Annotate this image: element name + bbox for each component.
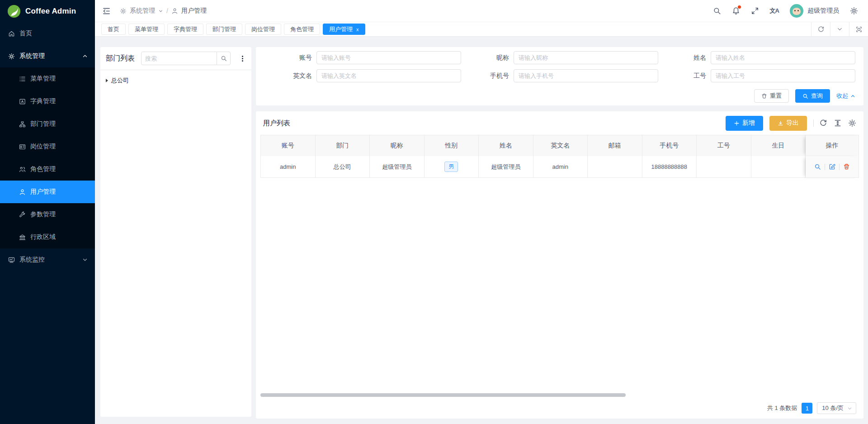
tab-post-mgmt[interactable]: 岗位管理	[245, 24, 281, 35]
column-header: 部门	[316, 135, 370, 156]
field-name: 姓名	[658, 51, 855, 64]
header-search-button[interactable]	[713, 7, 721, 15]
sidebar-item-system[interactable]: 系统管理	[0, 45, 95, 67]
tab-dept-mgmt[interactable]: 部门管理	[206, 24, 242, 35]
column-header: 英文名	[533, 135, 588, 156]
account-input[interactable]	[316, 51, 461, 64]
collapse-icon	[102, 7, 111, 15]
cell-operations	[806, 156, 859, 178]
sidebar-collapse-button[interactable]	[102, 7, 111, 15]
sidebar-item-region-mgmt[interactable]: 行政区域	[0, 226, 95, 248]
tabs-menu-button[interactable]	[830, 22, 849, 36]
sidebar-item-role-mgmt[interactable]: 角色管理	[0, 158, 95, 181]
job-number-input[interactable]	[711, 69, 855, 82]
column-header: 生日	[751, 135, 806, 156]
field-label: 姓名	[658, 54, 711, 62]
sidebar-item-menu-mgmt[interactable]: 菜单管理	[0, 67, 95, 90]
reset-label: 重置	[770, 92, 782, 100]
query-button[interactable]: 查询	[795, 89, 830, 103]
sidebar-item-home[interactable]: 首页	[0, 22, 95, 45]
tab-user-mgmt[interactable]: 用户管理 x	[323, 24, 365, 35]
phone-input[interactable]	[514, 69, 658, 82]
page-size-select[interactable]: 10 条/页	[817, 402, 856, 414]
user-table: 账号 部门 昵称 性别 姓名 英文名 邮箱 手机号 工号 生日 操作 admin	[260, 135, 859, 178]
refresh-icon	[817, 26, 825, 33]
column-settings-button[interactable]	[848, 119, 856, 127]
column-header: 邮箱	[588, 135, 642, 156]
pagination: 共 1 条数据 1 10 条/页	[767, 402, 856, 414]
chevron-up-icon	[850, 94, 855, 99]
add-button[interactable]: 新增	[726, 116, 763, 131]
column-header: 账号	[261, 135, 316, 156]
tab-home[interactable]: 首页	[101, 24, 126, 35]
translate-icon[interactable]: 文A	[770, 7, 779, 15]
user-menu[interactable]: 超级管理员	[790, 4, 839, 18]
field-label: 工号	[658, 72, 711, 80]
sidebar-item-dict-mgmt[interactable]: 字典管理	[0, 90, 95, 113]
notification-button[interactable]	[732, 7, 740, 15]
sidebar-item-label: 行政区域	[30, 233, 56, 241]
department-more-button[interactable]	[239, 54, 246, 63]
horizontal-scrollbar[interactable]	[260, 393, 626, 397]
reset-button[interactable]: 重置	[754, 89, 789, 103]
sidebar-item-param-mgmt[interactable]: 参数管理	[0, 203, 95, 226]
sidebar-item-label: 菜单管理	[30, 75, 56, 83]
sidebar-item-dept-mgmt[interactable]: 部门管理	[0, 113, 95, 135]
sidebar-item-label: 部门管理	[30, 120, 56, 128]
tab-dict-mgmt[interactable]: 字典管理	[167, 24, 203, 35]
wrench-icon	[19, 211, 26, 218]
clear-icon	[761, 93, 767, 99]
row-height-icon	[834, 119, 842, 127]
row-height-button[interactable]	[834, 119, 842, 127]
page-1-button[interactable]: 1	[802, 403, 812, 414]
export-button[interactable]: 导出	[769, 116, 807, 131]
tab-menu-mgmt[interactable]: 菜单管理	[128, 24, 165, 35]
delete-button[interactable]	[840, 163, 854, 170]
sidebar-item-monitor[interactable]: 系统监控	[0, 248, 95, 271]
edit-button[interactable]	[825, 163, 839, 170]
settings-button[interactable]	[850, 7, 858, 15]
tree-node-head-office[interactable]: 总公司	[106, 76, 246, 86]
chevron-down-icon	[847, 406, 852, 411]
name-input[interactable]	[711, 51, 855, 64]
chevron-down-icon	[158, 9, 163, 14]
table-refresh-button[interactable]	[819, 119, 827, 127]
table-header-row: 账号 部门 昵称 性别 姓名 英文名 邮箱 手机号 工号 生日 操作	[260, 135, 859, 156]
sidebar-submenu-system: 菜单管理 字典管理 部门管理 岗位管理 角色管理	[0, 67, 95, 248]
chevron-down-icon	[82, 257, 88, 262]
collapse-label: 收起	[836, 92, 848, 100]
fullscreen-button[interactable]	[751, 7, 759, 15]
sidebar-item-label: 首页	[19, 29, 32, 38]
department-panel: 部门列表 总公司	[100, 47, 251, 417]
tab-close-icon[interactable]: x	[356, 27, 359, 32]
tabs-refresh-button[interactable]	[811, 22, 830, 36]
fullscreen-icon	[751, 7, 759, 15]
dictionary-icon	[19, 98, 26, 105]
view-button[interactable]	[811, 163, 825, 170]
sidebar-item-label: 用户管理	[30, 188, 56, 196]
field-label: 英文名	[264, 72, 316, 80]
table-toolbar: 新增 导出	[726, 116, 856, 131]
tree-expand-icon[interactable]	[106, 79, 108, 82]
breadcrumb-level1[interactable]: 系统管理	[130, 7, 155, 15]
sidebar-item-user-mgmt[interactable]: 用户管理	[0, 181, 95, 203]
user-name: 超级管理员	[807, 7, 839, 15]
english-name-input[interactable]	[316, 69, 461, 82]
tab-role-mgmt[interactable]: 角色管理	[284, 24, 320, 35]
collapse-form-link[interactable]: 收起	[836, 92, 855, 100]
cell-birthday	[751, 156, 806, 178]
tabs-maximize-button[interactable]	[849, 22, 868, 36]
sidebar-item-post-mgmt[interactable]: 岗位管理	[0, 135, 95, 158]
cell-job-number	[697, 156, 751, 178]
delete-icon	[843, 163, 850, 170]
logo[interactable]: Coffee Admin	[0, 0, 95, 22]
department-search-input[interactable]	[141, 52, 217, 65]
form-actions: 重置 查询 收起	[264, 89, 855, 103]
breadcrumb: 系统管理 / 用户管理	[120, 7, 207, 15]
nickname-input[interactable]	[514, 51, 658, 64]
department-search-button[interactable]	[217, 52, 231, 65]
cell-account: admin	[261, 156, 316, 178]
field-account: 账号	[264, 51, 461, 64]
search-form: 账号 昵称 姓名 英文名	[264, 51, 855, 82]
cell-english-name: admin	[533, 156, 588, 178]
